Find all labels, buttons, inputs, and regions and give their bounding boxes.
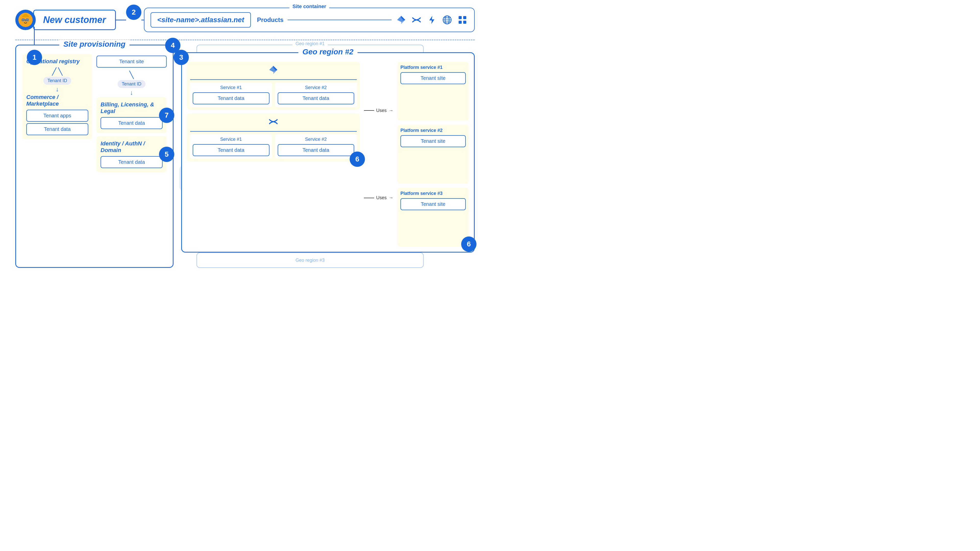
platform2-title: Platform service #2 xyxy=(401,128,466,133)
platform1-tenant-site: Tenant sIte xyxy=(401,72,466,84)
globe-icon xyxy=(442,14,453,25)
conf-service2-label: Service #2 xyxy=(278,137,355,142)
jira-section-icon xyxy=(190,65,357,77)
conf-service1-label: Service #1 xyxy=(192,137,269,142)
uses-arrow-1: → xyxy=(389,108,393,113)
badge-3: 3 xyxy=(173,50,189,65)
slash-1: ╱ ╲ xyxy=(26,67,88,76)
tenant-id-row-2: Tenant ID xyxy=(97,80,167,88)
site-name-box: <site-name>.atlassian.net xyxy=(151,12,251,27)
site-provisioning-title: Site provisioning xyxy=(59,40,129,48)
tenant-id-pill-1: Tenant ID xyxy=(43,77,71,85)
automation-icon xyxy=(426,14,438,25)
uses-line-1 xyxy=(364,110,374,111)
platform1-section: Platform service #1 Tenant sIte xyxy=(397,62,469,121)
products-line xyxy=(288,20,391,20)
geo3-box: Geo region #3 xyxy=(197,252,424,268)
arrow-down-2: ↓ xyxy=(97,89,167,96)
jira-service2-label: Service #2 xyxy=(278,85,355,90)
avatar xyxy=(15,10,36,30)
badge-5: 5 xyxy=(159,147,174,162)
jira-service1-label: Service #1 xyxy=(192,85,269,90)
uses-label-1: Uses xyxy=(376,108,387,113)
jira-service1-data: Tenant data xyxy=(192,92,269,104)
confluence-services-row: Service #1 Tenant data Service #2 Tenant… xyxy=(190,134,357,159)
site-container-label: Site container xyxy=(290,3,329,10)
uses-connectors: Uses → Uses → xyxy=(364,62,393,247)
site-provisioning-panel: Site provisioning 4 Operational registry… xyxy=(15,44,173,268)
apps-icon xyxy=(457,14,468,25)
svg-point-6 xyxy=(27,19,28,21)
geo-right-panel: Geo region #1 3 Geo region #2 xyxy=(181,44,475,268)
products-label: Products xyxy=(257,16,283,24)
svg-point-5 xyxy=(23,19,24,21)
platform2-tenant-site: Tenant site xyxy=(401,135,466,147)
identity-section: Identity / AuthN / Domain Tenant data 5 xyxy=(97,136,167,172)
site-container: Site container <site-name>.atlassian.net… xyxy=(144,8,475,32)
platform1-title: Platform service #1 xyxy=(401,65,466,70)
diagram-container: New customer 2 Site container <site-name… xyxy=(0,0,490,275)
slash-2: ╲ xyxy=(97,71,167,79)
new-customer-box: New customer xyxy=(33,10,116,30)
commerce-title: Commerce / Marketplace xyxy=(26,94,88,107)
badge-6-outer: 6 xyxy=(461,237,476,252)
top-row: New customer 2 Site container <site-name… xyxy=(15,8,475,32)
connector-h1 xyxy=(116,20,126,21)
main-area: Site provisioning 4 Operational registry… xyxy=(15,44,475,268)
badge-6-inner: 6 xyxy=(350,151,365,167)
identity-title: Identity / AuthN / Domain xyxy=(100,140,162,154)
prov-right: Tenant site ╲ Tenant ID ↓ Billing, Licen… xyxy=(97,54,167,261)
uses-line-2 xyxy=(364,198,374,198)
confluence-section: Service #1 Tenant data Service #2 Tenant… xyxy=(187,114,360,162)
tenant-data-identity-box: Tenant data xyxy=(100,156,162,168)
uses-label-2: Uses xyxy=(376,195,387,200)
geo3-label: Geo region #3 xyxy=(296,258,325,263)
tenant-data-commerce-box: Tenant data xyxy=(26,123,88,135)
prov-left: Operational registry ╱ ╲ Tenant ID ↓ Com… xyxy=(22,54,92,261)
geo2-title: Geo region #2 xyxy=(298,48,358,56)
jira-section: Service #1 Tenant data Service #2 Tenant… xyxy=(187,62,360,110)
prov-inner: Operational registry ╱ ╲ Tenant ID ↓ Com… xyxy=(22,52,167,261)
tenant-apps-box: Tenant apps xyxy=(26,110,88,122)
products-section: Products xyxy=(257,14,468,25)
geo2-inner: Service #1 Tenant data Service #2 Tenant… xyxy=(187,59,469,247)
tenant-data-billing-box: Tenant data xyxy=(100,117,162,129)
site-name-text: <site-name>.atlassian.net xyxy=(157,16,244,24)
tenant-id-row: Tenant ID xyxy=(26,77,88,85)
conf-service1-data: Tenant data xyxy=(192,144,269,156)
confluence-divider xyxy=(190,131,357,132)
operational-registry-section: Operational registry ╱ ╲ Tenant ID ↓ Com… xyxy=(22,54,92,139)
badge-2: 2 xyxy=(126,5,142,20)
geo2-platforms: Platform service #1 Tenant sIte Platform… xyxy=(397,62,469,247)
geo1-label: Geo region #1 xyxy=(293,41,328,46)
new-customer-label: New customer xyxy=(43,14,106,25)
jira-service2-box: Service #2 Tenant data xyxy=(275,83,357,107)
jira-services-row: Service #1 Tenant data Service #2 Tenant… xyxy=(190,83,357,107)
confluence-icon xyxy=(411,14,422,25)
jira-service2-data: Tenant data xyxy=(278,92,355,104)
badge-1: 1 xyxy=(27,50,42,65)
tenant-id-pill-2: Tenant ID xyxy=(118,80,145,88)
platform3-tenant-site: Tenant site xyxy=(401,198,466,210)
platform3-title: Platform service #3 xyxy=(401,191,466,196)
conf-service2-data: Tenant data xyxy=(278,144,355,156)
badge-7: 7 xyxy=(159,108,174,123)
conf-service2-box: Service #2 Tenant data xyxy=(275,134,357,159)
jira-icon xyxy=(396,14,407,25)
platform2-section: Platform service #2 Tenant site xyxy=(397,125,469,184)
geo2-products: Service #1 Tenant data Service #2 Tenant… xyxy=(187,62,360,247)
confluence-section-icon xyxy=(190,117,357,129)
svg-rect-12 xyxy=(458,16,462,19)
billing-title: Billing, Licensing, & Legal xyxy=(100,101,162,114)
platform3-section: Platform service #3 Tenant site 6 xyxy=(397,188,469,247)
svg-rect-15 xyxy=(463,21,466,24)
geo2-box: Geo region #2 xyxy=(181,52,475,252)
uses-2: Uses → xyxy=(364,195,393,200)
svg-rect-13 xyxy=(463,16,466,19)
jira-divider xyxy=(190,79,357,80)
uses-1: Uses → xyxy=(364,108,393,113)
billing-section: Billing, Licensing, & Legal Tenant data … xyxy=(97,97,167,133)
svg-rect-14 xyxy=(458,21,462,24)
arrow-down-1: ↓ xyxy=(26,86,88,93)
tenant-site-4-box: Tenant site xyxy=(97,56,167,68)
